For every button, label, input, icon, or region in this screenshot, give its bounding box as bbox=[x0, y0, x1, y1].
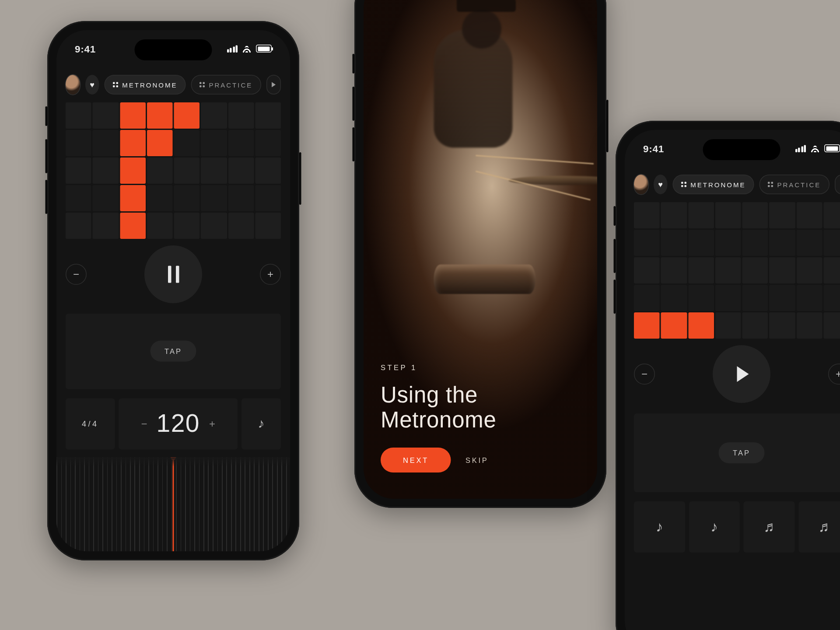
beat-cell[interactable] bbox=[93, 213, 119, 239]
beat-cell[interactable] bbox=[823, 230, 840, 256]
beat-cell[interactable] bbox=[147, 130, 173, 156]
note-option[interactable]: ♬ bbox=[798, 501, 840, 553]
next-button[interactable]: NEXT bbox=[381, 448, 451, 472]
tap-button[interactable]: TAP bbox=[150, 341, 196, 362]
beat-cell[interactable] bbox=[174, 102, 200, 129]
beat-cell[interactable] bbox=[769, 312, 795, 339]
beat-cell[interactable] bbox=[688, 257, 714, 284]
beat-cell[interactable] bbox=[634, 312, 660, 339]
tab-practice[interactable]: PRACTICE bbox=[191, 75, 261, 94]
tab-practice[interactable]: PRACTICE bbox=[760, 175, 830, 194]
beat-cell[interactable] bbox=[742, 202, 768, 228]
note-option[interactable]: ♬ bbox=[744, 501, 794, 553]
play-button[interactable] bbox=[713, 345, 770, 403]
tempo-up-button[interactable]: + bbox=[260, 264, 281, 285]
beat-cell[interactable] bbox=[769, 202, 795, 228]
tempo-down-button[interactable]: − bbox=[634, 364, 655, 385]
time-signature-button[interactable]: 4/4 bbox=[66, 398, 115, 449]
beat-cell[interactable] bbox=[66, 102, 91, 129]
beat-cell[interactable] bbox=[66, 158, 91, 184]
beat-cell[interactable] bbox=[66, 213, 91, 239]
beat-cell[interactable] bbox=[120, 130, 146, 156]
beat-cell[interactable] bbox=[715, 312, 741, 339]
beat-cell[interactable] bbox=[120, 213, 146, 239]
beat-cell[interactable] bbox=[634, 230, 660, 256]
pause-button[interactable] bbox=[144, 245, 202, 303]
beat-cell[interactable] bbox=[634, 202, 660, 228]
beat-cell[interactable] bbox=[93, 158, 119, 184]
beat-cell[interactable] bbox=[93, 185, 119, 211]
beat-cell[interactable] bbox=[93, 130, 119, 156]
beat-cell[interactable] bbox=[796, 257, 822, 284]
beat-cell[interactable] bbox=[201, 213, 227, 239]
tab-metronome[interactable]: METRONOME bbox=[673, 175, 754, 194]
tempo-ruler[interactable] bbox=[56, 457, 290, 551]
note-option[interactable]: ♪ bbox=[689, 501, 739, 553]
beat-cell[interactable] bbox=[796, 312, 822, 339]
beat-cell[interactable] bbox=[147, 102, 173, 129]
beat-cell[interactable] bbox=[255, 185, 281, 211]
beat-cell[interactable] bbox=[661, 257, 687, 284]
beat-grid[interactable] bbox=[56, 102, 290, 239]
beat-cell[interactable] bbox=[120, 102, 146, 129]
beat-cell[interactable] bbox=[823, 202, 840, 228]
beat-cell[interactable] bbox=[201, 130, 227, 156]
beat-cell[interactable] bbox=[228, 185, 254, 211]
beat-cell[interactable] bbox=[174, 130, 200, 156]
beat-cell[interactable] bbox=[174, 185, 200, 211]
beat-cell[interactable] bbox=[255, 158, 281, 184]
beat-cell[interactable] bbox=[796, 230, 822, 256]
tap-button[interactable]: TAP bbox=[718, 442, 765, 463]
beat-cell[interactable] bbox=[688, 202, 714, 228]
beat-cell[interactable] bbox=[228, 130, 254, 156]
beat-cell[interactable] bbox=[174, 158, 200, 184]
tab-more[interactable] bbox=[835, 175, 840, 194]
beat-cell[interactable] bbox=[742, 312, 768, 339]
beat-cell[interactable] bbox=[147, 185, 173, 211]
beat-cell[interactable] bbox=[823, 312, 840, 339]
beat-cell[interactable] bbox=[66, 185, 91, 211]
beat-cell[interactable] bbox=[634, 257, 660, 284]
beat-cell[interactable] bbox=[120, 185, 146, 211]
tempo-up-button[interactable]: + bbox=[828, 364, 840, 385]
bpm-minus-button[interactable]: − bbox=[141, 418, 147, 430]
beat-cell[interactable] bbox=[228, 158, 254, 184]
beat-cell[interactable] bbox=[174, 213, 200, 239]
beat-cell[interactable] bbox=[688, 312, 714, 339]
subdivision-button[interactable]: ♪ bbox=[242, 398, 281, 449]
beat-cell[interactable] bbox=[661, 312, 687, 339]
beat-cell[interactable] bbox=[201, 102, 227, 129]
favorite-button[interactable]: ♥ bbox=[653, 175, 667, 194]
beat-cell[interactable] bbox=[823, 285, 840, 311]
beat-cell[interactable] bbox=[201, 185, 227, 211]
beat-cell[interactable] bbox=[661, 285, 687, 311]
beat-cell[interactable] bbox=[255, 130, 281, 156]
favorite-button[interactable]: ♥ bbox=[85, 75, 99, 94]
beat-cell[interactable] bbox=[715, 230, 741, 256]
tap-zone[interactable]: TAP bbox=[66, 314, 281, 389]
beat-cell[interactable] bbox=[769, 230, 795, 256]
beat-cell[interactable] bbox=[228, 213, 254, 239]
bpm-plus-button[interactable]: + bbox=[209, 418, 215, 430]
beat-cell[interactable] bbox=[823, 257, 840, 284]
beat-cell[interactable] bbox=[688, 285, 714, 311]
note-option[interactable]: ♪ bbox=[634, 501, 685, 553]
beat-grid[interactable] bbox=[625, 202, 840, 339]
tempo-down-button[interactable]: − bbox=[66, 264, 87, 285]
beat-cell[interactable] bbox=[255, 213, 281, 239]
beat-cell[interactable] bbox=[661, 202, 687, 228]
beat-cell[interactable] bbox=[715, 257, 741, 284]
beat-cell[interactable] bbox=[742, 285, 768, 311]
tab-metronome[interactable]: METRONOME bbox=[105, 75, 186, 94]
beat-cell[interactable] bbox=[93, 102, 119, 129]
beat-cell[interactable] bbox=[120, 158, 146, 184]
avatar[interactable] bbox=[634, 175, 648, 194]
beat-cell[interactable] bbox=[715, 285, 741, 311]
beat-cell[interactable] bbox=[742, 257, 768, 284]
beat-cell[interactable] bbox=[147, 158, 173, 184]
beat-cell[interactable] bbox=[769, 285, 795, 311]
beat-cell[interactable] bbox=[742, 230, 768, 256]
beat-cell[interactable] bbox=[661, 230, 687, 256]
beat-cell[interactable] bbox=[634, 285, 660, 311]
beat-cell[interactable] bbox=[255, 102, 281, 129]
